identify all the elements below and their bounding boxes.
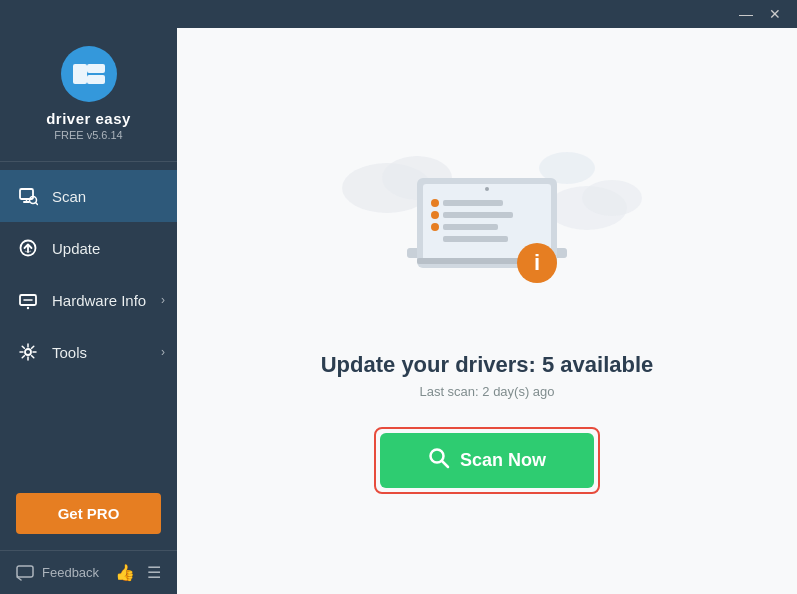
svg-rect-26 [443,212,513,218]
svg-rect-4 [23,201,30,203]
last-scan-text: Last scan: 2 day(s) ago [419,384,554,399]
svg-text:i: i [534,250,540,275]
scan-now-wrapper: Scan Now [374,427,600,494]
svg-point-14 [25,349,31,355]
svg-rect-0 [73,64,87,84]
sidebar-item-hardware-info[interactable]: Hardware Info › [0,274,177,326]
close-button[interactable]: ✕ [761,4,789,24]
hero-illustration: i [327,128,647,328]
laptop-illustration: i [327,128,647,328]
update-title: Update your drivers: 5 available [321,352,654,378]
nav-menu: Scan Update [0,162,177,481]
svg-point-31 [431,223,439,231]
sidebar-item-hardware-info-label: Hardware Info [52,292,146,309]
sidebar-item-tools-label: Tools [52,344,87,361]
svg-rect-28 [443,236,508,242]
svg-rect-2 [87,75,105,84]
scan-now-button[interactable]: Scan Now [380,433,594,488]
list-icon[interactable]: ☰ [147,563,161,582]
svg-point-12 [27,307,29,309]
sidebar-bottom: Feedback 👍 ☰ [0,550,177,594]
feedback-label: Feedback [42,565,99,580]
svg-rect-25 [443,200,503,206]
svg-point-33 [485,187,489,191]
sidebar: driver easy FREE v5.6.14 Scan [0,0,177,594]
svg-point-30 [431,211,439,219]
svg-line-37 [442,461,448,467]
update-icon [16,236,40,260]
feedback-icon [16,564,34,582]
svg-rect-1 [87,64,105,73]
hardware-info-chevron-icon: › [161,293,165,307]
sidebar-item-scan[interactable]: Scan [0,170,177,222]
search-icon [428,447,450,474]
minimize-button[interactable]: — [731,4,761,24]
scan-now-label: Scan Now [460,450,546,471]
app-container: driver easy FREE v5.6.14 Scan [0,0,797,594]
logo-text: driver easy [46,110,131,127]
logo-area: driver easy FREE v5.6.14 [0,28,177,162]
scan-icon [16,184,40,208]
svg-point-29 [431,199,439,207]
svg-rect-27 [443,224,498,230]
sidebar-item-update-label: Update [52,240,100,257]
feedback-item[interactable]: Feedback [16,564,99,582]
sidebar-bottom-right: 👍 ☰ [115,563,161,582]
sidebar-item-update[interactable]: Update [0,222,177,274]
sidebar-item-scan-label: Scan [52,188,86,205]
tools-chevron-icon: › [161,345,165,359]
title-bar: — ✕ [0,0,797,28]
main-content: i Update your drivers: 5 available Last … [177,0,797,594]
get-pro-button[interactable]: Get PRO [16,493,161,534]
svg-rect-15 [17,566,33,577]
tools-icon [16,340,40,364]
hardware-info-icon [16,288,40,312]
sidebar-item-tools[interactable]: Tools › [0,326,177,378]
thumbs-up-icon[interactable]: 👍 [115,563,135,582]
logo-version: FREE v5.6.14 [54,129,122,141]
svg-point-20 [582,180,642,216]
logo-icon [61,46,117,102]
svg-line-7 [36,203,38,205]
